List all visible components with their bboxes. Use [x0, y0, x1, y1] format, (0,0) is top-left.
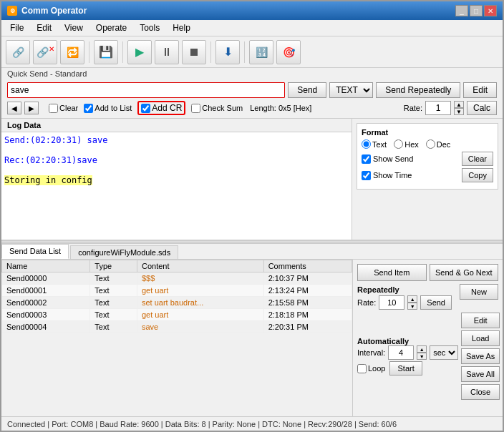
edit-button[interactable]: Edit — [463, 82, 497, 98]
menu-tools[interactable]: Tools — [134, 21, 165, 34]
rate-down-button[interactable]: ▼ — [454, 108, 464, 115]
add-to-list-checkbox[interactable] — [84, 104, 93, 113]
check-sum-checkbox[interactable] — [191, 104, 200, 113]
interval-row: Interval: ▲ ▼ sec — [357, 345, 458, 360]
close-button[interactable]: ✕ — [484, 5, 497, 16]
send-item-button[interactable]: Send Item — [357, 264, 427, 281]
clear-label: Clear — [59, 104, 78, 112]
toolbar-stop-btn[interactable]: ⏹ — [182, 40, 206, 64]
tab-configure-wifi[interactable]: configureWiFlyModule.sds — [70, 245, 178, 259]
table-row[interactable]: Send00003 Text get uart 2:18:18 PM — [2, 309, 352, 321]
cell-comments: 2:15:58 PM — [263, 297, 352, 309]
edit-sm-button[interactable]: Edit — [461, 313, 500, 328]
show-time-checkbox[interactable] — [362, 171, 371, 180]
loop-start-row: Loop Start — [357, 361, 458, 375]
toolbar-link-btn[interactable]: 🔗 — [6, 40, 30, 64]
calc-button[interactable]: Calc — [467, 101, 497, 115]
show-time-row: Show Time Copy — [362, 168, 493, 182]
text-format-select[interactable]: TEXT — [329, 82, 373, 98]
show-send-checkbox[interactable] — [362, 154, 371, 164]
interval-down[interactable]: ▼ — [417, 353, 427, 360]
rate-label-2: Rate: — [357, 298, 376, 307]
minimize-button[interactable]: _ — [455, 5, 468, 16]
table-row[interactable]: Send00000 Text $$$ 2:10:37 PM — [2, 273, 352, 285]
cell-name: Send00003 — [2, 309, 90, 321]
col-content: Content — [137, 260, 263, 273]
load-button[interactable]: Load — [461, 330, 500, 346]
show-time-label: Show Time — [362, 171, 412, 180]
format-dec-option: Dec — [426, 139, 451, 149]
title-bar-left: ⚙ Comm Operator — [7, 6, 87, 16]
table-header-row: Name Type Content Comments — [2, 260, 352, 273]
toolbar-calc-btn[interactable]: 🔢 — [249, 40, 273, 64]
toolbar-play-btn[interactable]: ▶ — [127, 40, 152, 64]
title-controls[interactable]: _ □ ✕ — [455, 5, 497, 16]
quick-send-input[interactable] — [7, 82, 285, 98]
menu-operate[interactable]: Operate — [90, 21, 132, 34]
menu-help[interactable]: Help — [167, 21, 196, 34]
table-row[interactable]: Send00001 Text get uart 2:13:24 PM — [2, 285, 352, 297]
right-format-panel: Format Text Hex Dec — [352, 119, 503, 240]
interval-input[interactable] — [388, 345, 414, 360]
toolbar-pause-btn[interactable]: ⏸ — [155, 40, 179, 64]
loop-label: Loop — [357, 364, 385, 373]
cell-content: save — [137, 321, 263, 333]
save-all-button[interactable]: Save All — [461, 366, 500, 382]
col-name: Name — [2, 260, 90, 273]
save-as-button[interactable]: Save As — [461, 348, 500, 364]
format-dec-radio[interactable] — [426, 139, 435, 149]
sec-select[interactable]: sec — [430, 345, 458, 360]
format-hex-radio[interactable] — [394, 139, 403, 149]
send-button[interactable]: Send — [288, 82, 326, 98]
rep-rate-down[interactable]: ▼ — [407, 303, 417, 310]
cell-type: Text — [90, 297, 137, 309]
auto-section: Automatically Interval: ▲ ▼ sec — [357, 337, 458, 375]
toolbar-cancel-btn[interactable]: 🔗✕ — [33, 40, 57, 64]
interval-up[interactable]: ▲ — [417, 345, 427, 353]
right-btns: Edit Load Save As Save All Close — [461, 313, 500, 400]
rate-up-button[interactable]: ▲ — [454, 101, 464, 108]
maximize-button[interactable]: □ — [470, 5, 483, 16]
next-button[interactable]: ▶ — [24, 102, 39, 114]
format-copy-button[interactable]: Copy — [462, 168, 493, 182]
format-clear-button[interactable]: Clear — [462, 152, 493, 166]
cell-content: get uart — [137, 309, 263, 321]
bottom-area: Send Data List configureWiFlyModule.sds … — [1, 243, 503, 416]
rep-rate-up[interactable]: ▲ — [407, 295, 417, 303]
start-button[interactable]: Start — [389, 361, 422, 375]
loop-text: Loop — [368, 364, 385, 373]
toolbar-download-btn[interactable]: ⬇ — [215, 40, 240, 64]
toolbar-repeat-btn[interactable]: 🔁 — [60, 40, 84, 64]
rep-rate-input[interactable] — [379, 295, 404, 310]
table-row[interactable]: Send00002 Text set uart baudrat... 2:15:… — [2, 297, 352, 309]
close-sm-button[interactable]: Close — [461, 384, 500, 400]
window-title: Comm Operator — [21, 6, 87, 16]
cell-name: Send00000 — [2, 273, 90, 285]
menu-file[interactable]: File — [4, 21, 29, 34]
log-entry-send: Send:(02:20:31) save — [4, 135, 349, 145]
clear-checkbox[interactable] — [49, 104, 58, 113]
toolbar-save-btn[interactable]: 💾 — [94, 40, 118, 64]
format-text-radio[interactable] — [362, 139, 371, 149]
send-repeatedly-button[interactable]: Send Repeatedly — [376, 82, 460, 98]
cell-name: Send00001 — [2, 285, 90, 297]
cell-name: Send00002 — [2, 297, 90, 309]
rate-input[interactable] — [425, 101, 451, 115]
send-controls-panel: Send Item Send & Go Next Repeatedly Rate… — [352, 260, 503, 416]
loop-checkbox[interactable] — [357, 364, 367, 373]
menu-edit[interactable]: Edit — [31, 21, 57, 34]
format-box: Format Text Hex Dec — [357, 123, 498, 190]
clear-option: Clear — [49, 104, 78, 113]
toolbar-target-btn[interactable]: 🎯 — [276, 40, 301, 64]
table-row[interactable]: Send00004 Text save 2:20:31 PM — [2, 321, 352, 333]
menu-view[interactable]: View — [59, 21, 89, 34]
add-cr-checkbox[interactable] — [141, 104, 150, 113]
rep-send-button[interactable]: Send — [420, 295, 452, 310]
new-button[interactable]: New — [460, 284, 498, 300]
rep-section: Repeatedly Rate: ▲ ▼ Send — [357, 284, 457, 310]
log-right-area: Log Data Send:(02:20:31) save Rec:(02:20… — [1, 119, 503, 240]
send-go-next-button[interactable]: Send & Go Next — [430, 264, 499, 281]
quick-send-input-row: Send TEXT Send Repeatedly Edit — [7, 82, 497, 98]
tab-send-data-list[interactable]: Send Data List — [1, 244, 69, 259]
prev-button[interactable]: ◀ — [7, 102, 21, 114]
